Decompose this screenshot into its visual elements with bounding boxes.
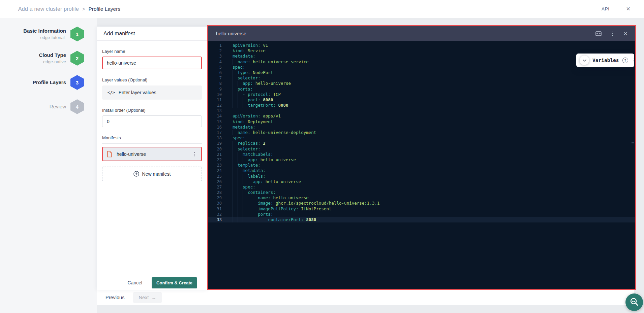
code-line[interactable]: 19replicas: 2 [208, 141, 635, 146]
split-view-icon[interactable] [595, 31, 602, 36]
step-title: Review [50, 104, 66, 110]
code-line[interactable]: 12targetPort: 8080 [208, 103, 635, 108]
line-number: 1 [208, 43, 222, 48]
code-line[interactable]: 10- protocol: TCP [208, 92, 635, 97]
stepper-item-cloud-type[interactable]: Cloud Type edge-native 2 [39, 51, 84, 66]
panel-footer: Cancel Confirm & Create [97, 275, 207, 290]
stepper-item-review[interactable]: Review 4 [50, 99, 84, 114]
stepper-item-profile-layers[interactable]: Profile Layers 3 [33, 75, 84, 90]
indent-guide [233, 168, 233, 173]
code-line[interactable]: 6type: NodePort [208, 70, 635, 75]
code-line[interactable]: 30image: ghcr.io/spectrocloud/hello-univ… [208, 201, 635, 206]
chevron-down-icon[interactable] [580, 56, 589, 65]
editor-kebab-icon[interactable]: ⋮ [610, 31, 615, 37]
api-link[interactable]: API [602, 6, 610, 11]
indent-guide [233, 141, 233, 146]
indent-guide [243, 195, 243, 201]
line-number: 20 [208, 146, 222, 152]
variables-panel: Variables ? ⋮ [576, 54, 634, 67]
line-number: 23 [208, 163, 222, 168]
step-number-badge: 4 [70, 99, 84, 114]
support-chat-button[interactable] [625, 293, 643, 311]
code-line[interactable]: 7selector: [208, 75, 635, 81]
stepper-item-basic-information[interactable]: Basic Information edge-tutorial- 1 [23, 27, 84, 41]
code-line[interactable]: 29- name: hello-universe [208, 195, 635, 201]
indent-guide [248, 195, 248, 201]
indent-guide [233, 92, 233, 97]
code-line[interactable]: 31imagePullPolicy: IfNotPresent [208, 206, 635, 212]
code-editor-area[interactable]: 1apiVersion: v12kind: Service3metadata:4… [208, 41, 635, 289]
next-button[interactable]: Next → [133, 292, 161, 303]
magnifier-smile-icon [628, 297, 640, 308]
code-line[interactable]: 4name: hello-universe-service [208, 59, 635, 65]
previous-button[interactable]: Previous [105, 295, 124, 300]
enter-layer-values-label: Enter layer values [119, 90, 156, 95]
line-number: 30 [208, 201, 222, 206]
indent-guide [233, 130, 233, 135]
indent-guide [233, 217, 233, 222]
variables-kebab-icon[interactable]: ⋮ [632, 58, 635, 63]
indent-guide [233, 75, 233, 81]
indent-guide [233, 201, 233, 206]
close-icon[interactable]: ✕ [626, 6, 631, 12]
code-line[interactable]: 24metadata: [208, 168, 635, 173]
indent-guide [233, 152, 233, 157]
cancel-button[interactable]: Cancel [127, 280, 142, 285]
code-line[interactable]: 16metadata: [208, 125, 635, 130]
code-line[interactable]: 33- containerPort: 8080 [208, 217, 635, 222]
code-line[interactable]: 28containers: [208, 190, 635, 195]
indent-guide [233, 103, 233, 108]
code-line[interactable]: 13--- [208, 108, 635, 113]
indent-guide [233, 81, 233, 86]
layer-name-input[interactable] [102, 57, 202, 69]
breadcrumb-parent[interactable]: Add a new cluster profile [18, 6, 79, 12]
indent-guide [238, 184, 238, 190]
install-order-label: Install order (Optional) [102, 108, 202, 113]
new-manifest-button[interactable]: New manifest [102, 167, 202, 181]
code-line[interactable]: 2kind: Service [208, 48, 635, 54]
confirm-create-button[interactable]: Confirm & Create [152, 277, 197, 288]
indent-guide [253, 201, 253, 206]
indent-guide [238, 103, 238, 108]
code-line[interactable]: 17name: hello-universe-deployment [208, 130, 635, 135]
indent-guide [233, 179, 233, 184]
indent-guide [243, 206, 243, 212]
code-line[interactable]: 1apiVersion: v1 [208, 43, 635, 48]
code-line[interactable]: 5spec: [208, 65, 635, 70]
indent-guide [243, 179, 243, 184]
code-line[interactable]: 27spec: [208, 184, 635, 190]
manifest-list-item[interactable]: hello-universe ⋮ [102, 147, 202, 161]
code-line[interactable]: 20selector: [208, 146, 635, 152]
code-line[interactable]: 3metadata: [208, 54, 635, 59]
editor-close-icon[interactable]: ✕ [623, 31, 627, 36]
line-number: 26 [208, 179, 222, 184]
code-line[interactable]: 11port: 8080 [208, 97, 635, 103]
code-line[interactable]: 22app: hello-universe [208, 157, 635, 163]
code-line[interactable]: 8app: hello-universe [208, 81, 635, 86]
code-line[interactable]: 23template: [208, 163, 635, 168]
indent-guide [238, 152, 238, 157]
install-order-input[interactable] [102, 115, 202, 127]
indent-guide [243, 217, 243, 222]
indent-guide [233, 190, 233, 195]
code-line[interactable]: 15kind: Deployment [208, 119, 635, 125]
line-number: 17 [208, 130, 222, 135]
line-number: 16 [208, 125, 222, 130]
scrollbar-marker[interactable] [632, 142, 634, 143]
code-line[interactable]: 25labels: [208, 174, 635, 179]
wizard-footer: Previous Next → [97, 290, 634, 305]
code-line[interactable]: 14apiVersion: apps/v1 [208, 113, 635, 119]
code-line[interactable]: 9ports: [208, 86, 635, 92]
indent-guide [243, 157, 243, 163]
manifest-kebab-icon[interactable]: ⋮ [192, 151, 197, 156]
line-number: 19 [208, 141, 222, 146]
indent-guide [238, 81, 238, 86]
code-line[interactable]: 26app: hello-universe [208, 179, 635, 184]
indent-guide [238, 190, 238, 195]
code-line[interactable]: 21matchLabels: [208, 152, 635, 157]
enter-layer-values-button[interactable]: </> Enter layer values [102, 85, 202, 100]
step-subtitle: edge-native [39, 59, 66, 64]
help-circle-icon[interactable]: ? [622, 58, 628, 63]
code-line[interactable]: 18spec: [208, 135, 635, 141]
code-line[interactable]: 32ports: [208, 212, 635, 217]
